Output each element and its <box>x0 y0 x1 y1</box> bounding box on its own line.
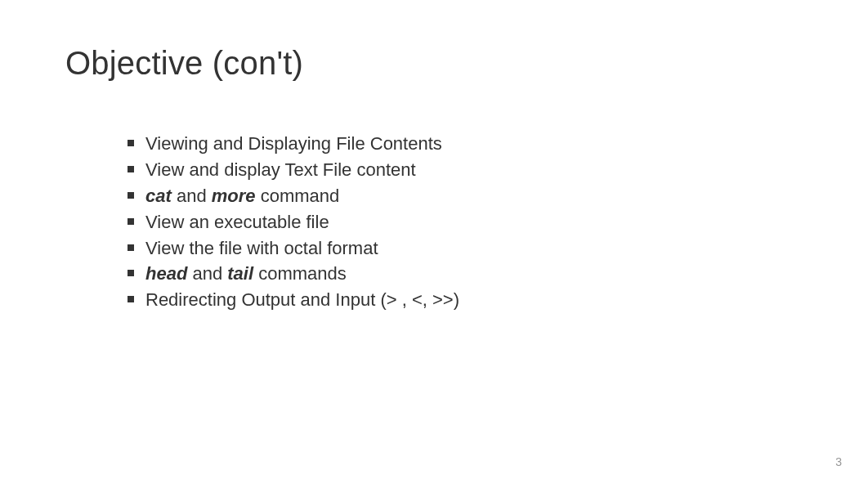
list-item-text: cat <box>145 186 172 206</box>
list-item: Viewing and Displaying File Contents <box>128 131 803 157</box>
list-item-text: and <box>172 186 212 206</box>
list-item: View and display Text File content <box>128 157 803 183</box>
list-item-text: and <box>187 263 227 284</box>
list-item: cat and more command <box>128 183 803 209</box>
bullet-list: Viewing and Displaying File Contents Vie… <box>128 131 803 313</box>
list-item-text: command <box>256 186 340 206</box>
list-item-text: more <box>212 186 256 206</box>
list-item-text: tail <box>227 263 253 284</box>
list-item: View an executable file <box>128 209 803 235</box>
list-item-text: commands <box>253 263 347 284</box>
list-item-text: View the file with octal format <box>145 238 378 258</box>
list-item-text: View an executable file <box>145 212 329 232</box>
list-item-text: head <box>145 263 187 284</box>
list-item-text: Viewing and Displaying File Contents <box>145 133 442 154</box>
page-number: 3 <box>835 455 842 468</box>
list-item: head and tail commands <box>128 261 803 287</box>
list-item: Redirecting Output and Input (> , <, >>) <box>128 287 803 313</box>
list-item-text: View and display Text File content <box>145 159 416 180</box>
slide: Objective (con't) Viewing and Displaying… <box>0 0 868 488</box>
slide-title: Objective (con't) <box>65 45 803 82</box>
list-item-text: Redirecting Output and Input (> , <, >>) <box>145 289 459 310</box>
list-item: View the file with octal format <box>128 235 803 262</box>
